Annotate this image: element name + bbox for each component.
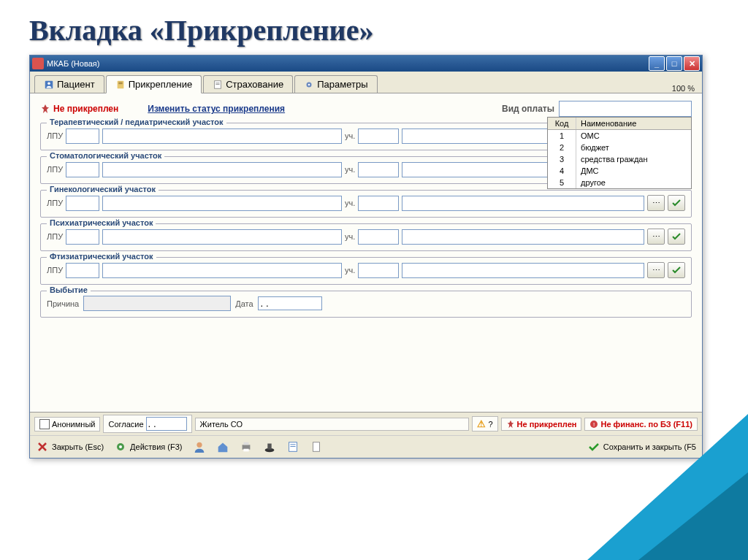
not-attached-status[interactable]: Не прикреплен xyxy=(501,418,582,431)
clear-button[interactable] xyxy=(668,195,685,211)
reason-label: Причина xyxy=(47,299,79,308)
close-button[interactable]: Закрыть (Esc) xyxy=(36,440,104,453)
svg-rect-21 xyxy=(290,444,295,445)
svg-point-9 xyxy=(308,83,310,85)
tab-patient[interactable]: Пациент xyxy=(34,75,104,93)
date-label: Дата xyxy=(235,299,253,308)
reason-select[interactable] xyxy=(83,296,231,311)
section-title: Фтизиатрический участок xyxy=(47,252,156,261)
attachment-status: Не прикреплен xyxy=(53,104,118,114)
dropdown-item[interactable]: 1ОМС xyxy=(548,130,691,142)
svg-point-13 xyxy=(119,445,122,448)
lpu-select[interactable] xyxy=(66,229,99,245)
actions-button[interactable]: Действия (F3) xyxy=(114,440,182,453)
uch-label: уч. xyxy=(345,165,355,174)
tab-parameters[interactable]: Параметры xyxy=(294,75,377,93)
page-icon[interactable] xyxy=(310,440,323,453)
svg-rect-6 xyxy=(216,83,220,83)
lpu-name-select[interactable] xyxy=(102,229,342,245)
document-icon xyxy=(213,80,223,90)
uch-label: уч. xyxy=(345,131,355,140)
payment-type-select[interactable] xyxy=(559,101,692,117)
change-status-link[interactable]: Изменить статус прикрепления xyxy=(148,104,285,114)
section-title: Стоматологический участок xyxy=(47,151,164,160)
section-phthisiatric: Фтизиатрический участок ЛПУ уч. ⋯ xyxy=(40,257,692,285)
svg-rect-3 xyxy=(118,82,122,83)
svg-rect-2 xyxy=(117,80,123,88)
resident-field: Житель СО xyxy=(195,418,470,431)
uch-label: уч. xyxy=(345,232,355,241)
zoom-indicator: 100 % xyxy=(672,84,698,93)
dropdown-header: Код Наименование xyxy=(548,118,691,130)
svg-point-14 xyxy=(196,442,202,448)
uch-name-input[interactable] xyxy=(402,196,644,211)
lpu-name-select[interactable] xyxy=(102,196,342,211)
slide-title: Вкладка «Прикрепление» xyxy=(0,0,748,55)
lpu-name-select[interactable] xyxy=(102,263,342,278)
lpu-select[interactable] xyxy=(66,129,99,144)
col-code: Код xyxy=(548,118,576,129)
lpu-label: ЛПУ xyxy=(47,232,63,241)
person-icon xyxy=(44,80,54,90)
uch-code-input[interactable] xyxy=(358,229,399,245)
section-title: Гинекологический участок xyxy=(47,185,159,193)
section-title: Терапевтический / педиатрический участок xyxy=(47,118,226,126)
dropdown-item[interactable]: 3средства граждан xyxy=(548,153,691,165)
uch-code-input[interactable] xyxy=(358,162,399,177)
uch-code-input[interactable] xyxy=(358,263,399,278)
close-icon xyxy=(36,440,49,453)
tab-attachment[interactable]: Прикрепление xyxy=(106,75,202,93)
consent-date-input[interactable] xyxy=(146,417,187,431)
anonymous-checkbox[interactable]: Анонимный xyxy=(34,417,100,431)
svg-rect-17 xyxy=(243,449,248,452)
dropdown-item[interactable]: 2бюджет xyxy=(548,142,691,153)
consent-field[interactable]: Согласие xyxy=(103,415,191,433)
dropdown-item[interactable]: 4ДМС xyxy=(548,165,691,177)
lpu-select[interactable] xyxy=(66,162,99,177)
titlebar: МКАБ (Новая) _ □ ✕ xyxy=(30,55,702,72)
decorative-triangle xyxy=(638,472,748,560)
user-icon[interactable] xyxy=(193,440,206,453)
payment-type-label: Вид оплаты xyxy=(502,104,554,114)
tab-label: Параметры xyxy=(317,79,367,90)
clear-button[interactable] xyxy=(668,229,685,245)
section-psychiatric: Психиатрический участок ЛПУ уч. ⋯ xyxy=(40,223,692,251)
dropdown-item[interactable]: 5другое xyxy=(548,177,691,188)
svg-rect-7 xyxy=(216,84,220,85)
browse-button[interactable]: ⋯ xyxy=(647,262,665,278)
uch-code-input[interactable] xyxy=(358,196,399,211)
document-icon[interactable] xyxy=(286,440,299,453)
home-icon[interactable] xyxy=(216,440,229,453)
browse-button[interactable]: ⋯ xyxy=(647,229,665,245)
minimize-button[interactable]: _ xyxy=(649,56,665,71)
gear-icon xyxy=(304,80,314,90)
maximize-button[interactable]: □ xyxy=(666,56,682,71)
stamp-icon[interactable] xyxy=(263,440,276,453)
print-icon[interactable] xyxy=(240,440,253,453)
uch-name-input[interactable] xyxy=(402,263,644,278)
app-window: МКАБ (Новая) _ □ ✕ Пациент Прикрепление … xyxy=(29,55,703,459)
lpu-name-select[interactable] xyxy=(102,129,342,144)
lpu-label: ЛПУ xyxy=(47,266,63,275)
help-button[interactable]: ⚠ ? xyxy=(472,416,497,431)
question-icon: ⚠ xyxy=(477,418,486,429)
lpu-name-select[interactable] xyxy=(102,162,342,177)
lpu-select[interactable] xyxy=(66,196,99,211)
status-row: Не прикреплен Изменить статус прикреплен… xyxy=(40,101,692,117)
svg-rect-16 xyxy=(243,442,248,445)
browse-button[interactable]: ⋯ xyxy=(647,195,665,211)
date-input[interactable] xyxy=(258,296,322,310)
payment-dropdown[interactable]: Код Наименование 1ОМС 2бюджет 3средства … xyxy=(547,117,692,189)
close-button[interactable]: ✕ xyxy=(684,56,700,71)
section-title: Выбытие xyxy=(47,285,91,294)
clear-button[interactable] xyxy=(668,262,685,278)
tabs: Пациент Прикрепление Страхование Парамет… xyxy=(30,72,702,93)
uch-code-input[interactable] xyxy=(358,129,399,144)
section-gynecological: Гинекологический участок ЛПУ уч. ⋯ xyxy=(40,190,692,218)
lpu-label: ЛПУ xyxy=(47,165,63,174)
app-icon xyxy=(32,58,44,69)
lpu-select[interactable] xyxy=(66,263,99,278)
uch-name-input[interactable] xyxy=(402,229,644,245)
tab-insurance[interactable]: Страхование xyxy=(203,75,293,93)
svg-rect-15 xyxy=(242,445,250,449)
